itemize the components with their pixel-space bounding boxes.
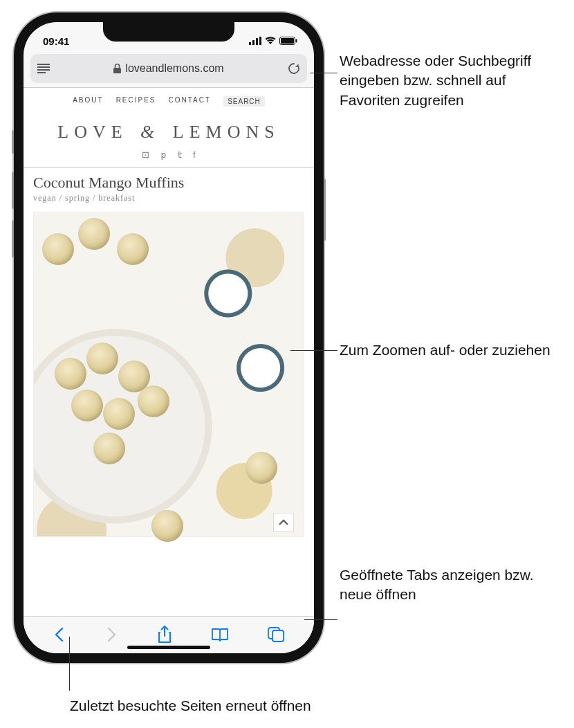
home-indicator: [127, 646, 210, 649]
callout-lead: [304, 619, 337, 620]
web-content[interactable]: ABOUT RECIPES CONTACT SEARCH LOVE & LEMO…: [24, 87, 314, 616]
address-field[interactable]: loveandlemons.com: [55, 62, 282, 75]
bookmarks-button[interactable]: [211, 626, 229, 643]
svg-rect-1: [252, 40, 254, 45]
muffin: [93, 433, 125, 464]
muffin: [103, 398, 135, 430]
post-title[interactable]: Coconut Mango Muffins: [24, 167, 314, 193]
logo-right: LEMONS: [173, 122, 280, 142]
screen: 09:41 loveandlemons.com ABOUT RECIPES CO…: [24, 22, 314, 653]
reader-icon[interactable]: [37, 64, 50, 73]
muffin: [138, 385, 169, 417]
svg-rect-9: [37, 69, 50, 71]
reload-icon[interactable]: [288, 62, 300, 75]
address-bar[interactable]: loveandlemons.com: [30, 54, 307, 83]
nav-recipes[interactable]: RECIPES: [116, 96, 156, 107]
tabs-button[interactable]: [267, 626, 285, 643]
back-button[interactable]: [53, 626, 66, 643]
callout-history: Zuletzt besuchte Seiten erneut öffnen: [70, 696, 416, 716]
instagram-icon[interactable]: ⊡: [142, 149, 149, 160]
svg-rect-13: [272, 630, 284, 641]
svg-rect-6: [296, 39, 297, 43]
nav-search[interactable]: SEARCH: [223, 96, 265, 107]
muffin: [42, 233, 74, 265]
post-tags: vegan / spring / breakfast: [24, 193, 314, 209]
volume-down: [12, 220, 14, 257]
forward-button: [104, 626, 118, 643]
muffin: [71, 390, 103, 421]
nav-contact[interactable]: CONTACT: [169, 96, 212, 107]
iphone-frame: 09:41 loveandlemons.com ABOUT RECIPES CO…: [14, 12, 324, 663]
notch: [103, 22, 234, 42]
svg-rect-3: [259, 37, 261, 45]
svg-rect-10: [37, 72, 46, 73]
callout-tabs: Geöffnete Tabs anzeigen bzw. neue öffnen: [340, 565, 561, 605]
share-button[interactable]: [157, 625, 172, 644]
callout-lead: [290, 350, 337, 351]
svg-rect-5: [281, 38, 294, 44]
callout-address: Webadresse oder Suchbegriff eingeben bzw…: [340, 51, 561, 110]
nav-about[interactable]: ABOUT: [73, 96, 103, 107]
status-time: 09:41: [43, 35, 69, 47]
muffin: [86, 343, 118, 374]
callout-lead: [69, 637, 70, 691]
scroll-top-button[interactable]: [273, 513, 294, 532]
muffin: [151, 510, 183, 542]
pinterest-icon[interactable]: p: [161, 149, 166, 160]
svg-rect-7: [37, 64, 50, 65]
callout-zoom: Zum Zoomen auf- oder zuziehen: [340, 340, 561, 360]
callout-lead: [310, 73, 337, 73]
url-text: loveandlemons.com: [125, 62, 223, 75]
volume-up: [12, 172, 14, 209]
battery-icon: [279, 37, 297, 45]
site-logo[interactable]: LOVE & LEMONS: [24, 112, 314, 148]
side-button: [324, 179, 326, 241]
svg-rect-8: [37, 66, 50, 68]
muffin: [246, 452, 277, 484]
muffin: [78, 218, 110, 250]
muffin: [55, 358, 86, 390]
wifi-icon: [265, 37, 276, 45]
mute-switch: [12, 130, 14, 154]
post-photo[interactable]: [33, 212, 304, 537]
cellular-icon: [249, 37, 261, 45]
lock-icon: [113, 64, 121, 73]
muffin: [117, 233, 149, 265]
site-nav: ABOUT RECIPES CONTACT SEARCH: [24, 88, 314, 112]
svg-rect-2: [256, 38, 258, 45]
svg-rect-0: [249, 42, 251, 45]
logo-left: LOVE: [57, 122, 127, 142]
logo-amp: &: [138, 122, 163, 142]
status-indicators: [249, 37, 297, 45]
social-icons: ⊡ p 𝕥 f: [24, 148, 314, 167]
svg-rect-11: [113, 68, 121, 73]
chevron-up-icon: [279, 519, 288, 526]
twitter-icon[interactable]: 𝕥: [178, 149, 182, 160]
facebook-icon[interactable]: f: [193, 149, 196, 160]
